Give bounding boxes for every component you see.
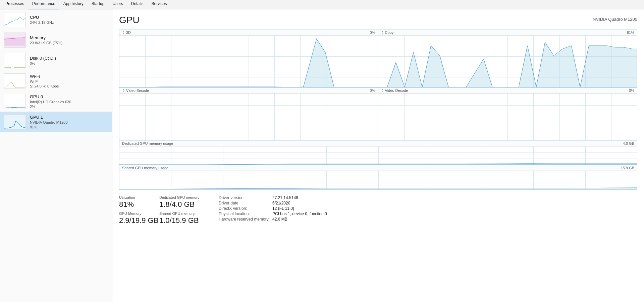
- chevron-vencode: ❬: [122, 89, 125, 92]
- chevron-vdecode: ❬: [381, 89, 384, 92]
- bottom-charts-grid: ❬ Video Encode 0%: [119, 88, 637, 141]
- tab-app-history[interactable]: App history: [59, 0, 88, 9]
- shared-memory-label: Shared GPU memory: [159, 212, 213, 216]
- chart-3d-pct: 0%: [370, 31, 375, 35]
- svg-marker-1: [119, 39, 378, 87]
- gpu-memory-value: 2.9/19.9 GB: [119, 216, 159, 225]
- tab-services[interactable]: Services: [148, 0, 171, 9]
- sidebar-item-cpu[interactable]: CPU 24% 2.19 GHz: [0, 9, 112, 30]
- sidebar-item-gpu1[interactable]: GPU 1 NVIDIA Quadro M1200 81%: [0, 112, 112, 132]
- chart-vencode-body: [119, 94, 378, 140]
- driver-date-key: Driver date:: [219, 201, 272, 205]
- gpu1-sub2: 81%: [30, 125, 108, 129]
- shared-memory-value: 1.0/15.9 GB: [159, 216, 213, 225]
- stats-col2: Dedicated GPU memory 1.8/4.0 GB Shared G…: [159, 195, 213, 225]
- wifi-sub1: Wi-Fi: [30, 79, 108, 83]
- chevron-copy: ❬: [381, 31, 384, 34]
- directx-row: DirectX version: 12 (FL 11.0): [219, 206, 637, 211]
- utilization-value: 81%: [119, 200, 159, 209]
- chart-vencode-left: ❬ Video Encode: [122, 88, 149, 93]
- chart-dedmem-header: Dedicated GPU memory usage 4.0 GB: [119, 141, 637, 146]
- disk-info: Disk 0 (C: D:) 0%: [30, 56, 108, 65]
- chart-copy-pct: 81%: [627, 31, 634, 35]
- stats-col3: Driver version: 27.21.14.5148 Driver dat…: [213, 195, 637, 225]
- physical-location-key: Physical location:: [219, 212, 272, 216]
- gpu1-sub1: NVIDIA Quadro M1200: [30, 120, 108, 124]
- tab-details[interactable]: Details: [127, 0, 148, 9]
- chart-dedmem-svg: [119, 146, 637, 165]
- chart-vdecode-pct: 0%: [629, 88, 634, 93]
- chart-video-encode: ❬ Video Encode 0%: [119, 88, 378, 140]
- disk-name: Disk 0 (C: D:): [30, 56, 108, 61]
- top-charts-grid: ❬ 3D 0%: [119, 29, 637, 88]
- tab-performance[interactable]: Performance: [28, 0, 59, 9]
- sidebar-item-gpu0[interactable]: GPU 0 Intel(R) HD Graphics 630 2%: [0, 91, 112, 112]
- memory-name: Memory: [30, 35, 108, 40]
- chart-3d-header: ❬ 3D 0%: [119, 30, 378, 36]
- chart-shrmem-header: Shared GPU memory usage 15.9 GB: [119, 165, 637, 171]
- chart-3d: ❬ 3D 0%: [119, 30, 378, 87]
- gpu1-name: GPU 1: [30, 115, 108, 120]
- cpu-thumb: [4, 12, 26, 27]
- chart-vdecode-body: [378, 94, 637, 140]
- gpu1-info: GPU 1 NVIDIA Quadro M1200 81%: [30, 115, 108, 129]
- physical-location-val: PCI bus 1, device 0, function 0: [272, 212, 327, 216]
- memory-sub: 23.8/31.9 GB (75%): [30, 41, 108, 45]
- gpu0-thumb: [4, 94, 26, 109]
- content-header: GPU NVIDIA Quadro M1200: [119, 15, 637, 25]
- chart-vdecode-header: ❬ Video Decode 0%: [378, 88, 637, 94]
- chart-video-decode: ❬ Video Decode 0%: [378, 88, 637, 140]
- tab-startup[interactable]: Startup: [88, 0, 109, 9]
- chart-dedicated-memory: Dedicated GPU memory usage 4.0 GB: [119, 141, 637, 165]
- utilization-label: Utilization: [119, 195, 159, 199]
- svg-marker-2: [378, 42, 637, 87]
- chart-3d-label: 3D: [126, 31, 131, 35]
- gpu0-info: GPU 0 Intel(R) HD Graphics 630 2%: [30, 94, 108, 109]
- chart-dedmem-label: Dedicated GPU memory usage: [122, 141, 173, 145]
- dedicated-label: Dedicated GPU memory: [159, 195, 213, 199]
- chart-shrmem-label: Shared GPU memory usage: [122, 166, 168, 170]
- gpu-title: GPU: [119, 15, 140, 25]
- wifi-name: Wi-Fi: [30, 74, 108, 79]
- driver-date-row: Driver date: 6/21/2020: [219, 201, 637, 205]
- hw-reserved-row: Hardware reserved memory: 42.6 MB: [219, 217, 637, 222]
- top-tabs: Processes Performance App history Startu…: [0, 0, 644, 9]
- chart-shrmem-max: 15.9 GB: [621, 166, 634, 170]
- chart-dedmem-max: 4.0 GB: [623, 141, 634, 145]
- chart-copy-svg: [378, 36, 637, 87]
- directx-key: DirectX version:: [219, 206, 272, 211]
- driver-version-key: Driver version:: [219, 195, 272, 200]
- chevron-3d: ❬: [122, 31, 125, 34]
- hw-reserved-key: Hardware reserved memory:: [219, 217, 272, 222]
- gpu1-thumb: [4, 114, 26, 129]
- tab-processes[interactable]: Processes: [1, 0, 28, 9]
- driver-date-val: 6/21/2020: [272, 201, 290, 205]
- chart-shared-memory: Shared GPU memory usage 15.9 GB: [119, 165, 637, 190]
- chart-3d-left: ❬ 3D: [122, 31, 131, 35]
- stats-footer: Utilization 81% GPU Memory 2.9/19.9 GB D…: [119, 194, 637, 225]
- driver-version-row: Driver version: 27.21.14.5148: [219, 195, 637, 200]
- sidebar-item-memory[interactable]: Memory 23.8/31.9 GB (75%): [0, 30, 112, 50]
- chart-vencode-label: Video Encode: [126, 88, 149, 93]
- chart-vencode-grid: [119, 94, 378, 140]
- main-layout: CPU 24% 2.19 GHz Memory 23.8/31.9 GB (75…: [0, 9, 644, 302]
- cpu-name: CPU: [30, 15, 108, 20]
- chart-copy-header: ❬ Copy 81%: [378, 30, 637, 36]
- chart-3d-svg: [119, 36, 378, 87]
- chart-vdecode-grid: [378, 94, 637, 140]
- wifi-thumb: [4, 73, 26, 88]
- chart-copy-label: Copy: [385, 31, 394, 35]
- tab-users[interactable]: Users: [108, 0, 127, 9]
- chart-vdecode-label: Video Decode: [385, 88, 408, 93]
- gpu0-sub1: Intel(R) HD Graphics 630: [30, 100, 108, 104]
- gpu-model: NVIDIA Quadro M1200: [593, 17, 637, 22]
- memory-info: Memory 23.8/31.9 GB (75%): [30, 35, 108, 45]
- driver-version-val: 27.21.14.5148: [272, 195, 298, 200]
- chart-vencode-header: ❬ Video Encode 0%: [119, 88, 378, 94]
- chart-copy-body: [378, 36, 637, 87]
- disk-thumb: [4, 53, 26, 68]
- sidebar-item-disk[interactable]: Disk 0 (C: D:) 0%: [0, 50, 112, 71]
- sidebar-item-wifi[interactable]: Wi-Fi Wi-Fi S: 24.0 R: 0 Kbps: [0, 71, 112, 91]
- memory-thumb: [4, 33, 26, 48]
- chart-copy: ❬ Copy 81%: [378, 30, 637, 87]
